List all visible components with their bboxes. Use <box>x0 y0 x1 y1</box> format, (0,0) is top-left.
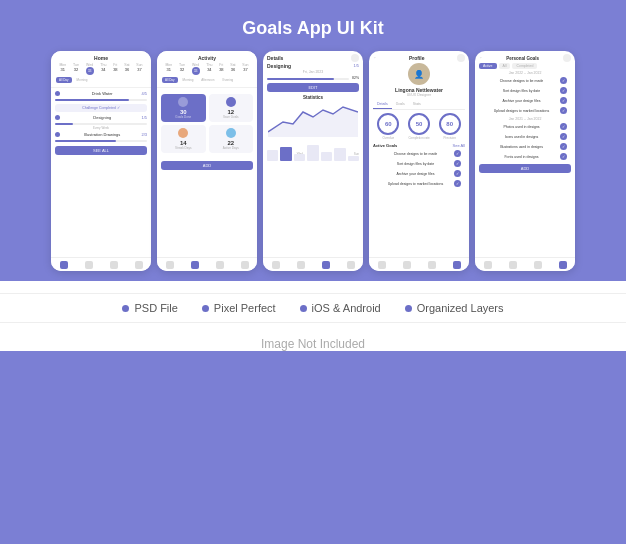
activity-add-button[interactable]: ADD <box>161 161 253 170</box>
feature-dot-layers <box>405 305 412 312</box>
features-row: PSD File Pixel Perfect iOS & Android Org… <box>122 302 503 314</box>
profile-avatar: 👤 <box>408 63 430 85</box>
tab-stats-icon-4[interactable] <box>403 261 411 269</box>
tab-stats-icon-3[interactable] <box>297 261 305 269</box>
tab-home-icon-4[interactable] <box>378 261 386 269</box>
feature-label-layers: Organized Layers <box>417 302 504 314</box>
tab-profile-icon-4[interactable] <box>453 261 461 269</box>
profile-tab-goals[interactable]: Goals <box>392 100 409 109</box>
tab-profile-icon-5[interactable] <box>559 261 567 269</box>
personal-goals-title: Personal Goals <box>506 56 539 61</box>
feature-dot-psd <box>122 305 129 312</box>
pg-add-button[interactable]: ADD <box>479 164 571 173</box>
feature-label-ios: iOS & Android <box>312 302 381 314</box>
chart-area <box>263 102 363 152</box>
profile-role: UI/UX Designer <box>369 93 469 97</box>
personal-goal-tabs: Active All Completed <box>475 63 575 69</box>
activity-card-streak: 14 Streak Days <box>161 125 206 153</box>
pg-list-2: Photos used in designs Icons used in des… <box>475 122 575 161</box>
phone-activity-body: 30 Goals Done 12 Save Goals 14 Streak Da… <box>157 88 257 173</box>
pg-tab-completed[interactable]: Completed <box>512 63 537 69</box>
tab-calendar-icon-2[interactable] <box>216 261 224 269</box>
profile-tab-details[interactable]: Details <box>373 100 392 109</box>
divider <box>0 293 626 294</box>
designing-date: Fri, Jan 2023 <box>267 70 359 74</box>
divider-2 <box>0 322 626 323</box>
feature-dot-ios <box>300 305 307 312</box>
pg-back-arrow[interactable]: ← <box>479 56 483 60</box>
profile-tabs: Details Goals Stats <box>373 100 465 110</box>
tab-home-icon-2[interactable] <box>166 261 174 269</box>
pg-date-1: Jan 2022 – Jan 2022 <box>475 71 575 75</box>
see-all-button[interactable]: SEE ALL <box>55 146 147 155</box>
edit-button[interactable]: EDIT <box>267 83 359 92</box>
profile-goal-list: Choose designs to be made Sort design fi… <box>369 149 469 188</box>
details-bell-icon <box>351 54 359 62</box>
tab-calendar-icon[interactable] <box>110 261 118 269</box>
pg-date-2: Jan 2021 – Jan 2022 <box>475 117 575 121</box>
line-chart <box>268 102 358 137</box>
tab-goals-icon-4[interactable] <box>428 261 436 269</box>
days-row: Mon31 Tue32 Wed33 Thu34 Fri38 Sat36 Sun3… <box>56 63 146 75</box>
pg-bell-icon <box>563 54 571 62</box>
bottom-section: PSD File Pixel Perfect iOS & Android Org… <box>0 281 626 351</box>
tab-stats-icon[interactable] <box>85 261 93 269</box>
tab-stats-icon-5[interactable] <box>509 261 517 269</box>
activity-card-goals-done: 30 Goals Done <box>161 94 206 122</box>
phone-activity: Activity Mon31 Tue32 Wed33 Thu34 Fri38 S… <box>157 51 257 271</box>
feature-dot-pixel <box>202 305 209 312</box>
designing-label: Designing <box>267 63 291 69</box>
page-title: Goals App UI Kit <box>10 18 616 39</box>
circles-row: 60 Overdue 50 Completion rate 80 Precisi… <box>369 110 469 143</box>
active-goals-label: Active Goals <box>373 143 397 148</box>
bar-chart <box>267 143 359 161</box>
phone-home-title: Home <box>56 55 146 61</box>
tab-details-icon[interactable] <box>322 261 330 269</box>
tab-home-icon-5[interactable] <box>484 261 492 269</box>
tab-goals-icon-5[interactable] <box>534 261 542 269</box>
feature-layers: Organized Layers <box>405 302 504 314</box>
activity-grid: 30 Goals Done 12 Save Goals 14 Streak Da… <box>161 94 253 153</box>
tab-home-icon-3[interactable] <box>272 261 280 269</box>
tab-activity-icon[interactable] <box>191 261 199 269</box>
profile-bell-icon <box>457 54 465 62</box>
pg-tab-active[interactable]: Active <box>479 63 497 69</box>
see-all-link[interactable]: See All <box>453 143 465 148</box>
profile-title: Profile <box>409 55 425 61</box>
feature-label-pixel: Pixel Perfect <box>214 302 276 314</box>
feature-psd: PSD File <box>122 302 177 314</box>
details-phone-title: Details <box>267 55 283 61</box>
tab-profile-icon-3[interactable] <box>347 261 355 269</box>
phone-home: Home Mon31 Tue32 Wed33 Thu34 Fri38 Sat36… <box>51 51 151 271</box>
feature-ios: iOS & Android <box>300 302 381 314</box>
top-section: Goals App UI Kit Home Mon31 Tue32 Wed33 … <box>0 0 626 281</box>
designing-count: 1/5 <box>353 63 359 69</box>
back-arrow[interactable]: ← <box>373 56 377 60</box>
progress-percent: 82% <box>352 76 359 80</box>
phones-strip: Home Mon31 Tue32 Wed33 Thu34 Fri38 Sat36… <box>10 51 616 271</box>
phone-personal-goals: ← Personal Goals Active All Completed Ja… <box>475 51 575 271</box>
feature-label-psd: PSD File <box>134 302 177 314</box>
profile-tab-stats[interactable]: Stats <box>409 100 425 109</box>
pg-tab-all[interactable]: All <box>499 63 511 69</box>
phone-details: Details Designing 1/5 Fri, Jan 2023 82% … <box>263 51 363 271</box>
phone-home-body: Drink Water 4/5 Challenge Completed ✓ De… <box>51 88 151 158</box>
tab-profile-icon[interactable] <box>135 261 143 269</box>
activity-card-active: 22 Active Days <box>209 125 254 153</box>
activity-card-save-goals: 12 Save Goals <box>209 94 254 122</box>
phone-profile: ← Profile 👤 Lingona Nettlewater UI/UX De… <box>369 51 469 271</box>
tab-home-icon[interactable] <box>60 261 68 269</box>
stats-title: Statistics <box>263 95 363 100</box>
phone-activity-title: Activity <box>162 55 252 61</box>
activity-days-row: Mon31 Tue32 Wed33 Thu34 Fri38 Sat36 Sun3… <box>162 63 252 75</box>
tab-profile-icon-2[interactable] <box>241 261 249 269</box>
image-not-included-label: Image Not Included <box>261 337 365 351</box>
pg-list-1: Choose designs to be made Sort design fi… <box>475 76 575 115</box>
feature-pixel: Pixel Perfect <box>202 302 276 314</box>
